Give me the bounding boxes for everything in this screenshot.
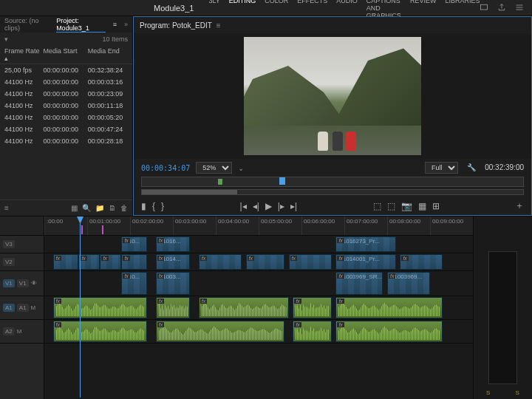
panel-expand-icon[interactable]: » — [124, 21, 128, 28]
lift-icon[interactable]: ⬚ — [373, 201, 381, 211]
bin-row[interactable]: 44100 Hz00:00:00:0000:00:05:20 — [0, 112, 132, 123]
track-lanes[interactable]: fxP10...fxP1016...fxP1016273_Pr... fxfxf… — [44, 236, 473, 399]
go-to-out-icon[interactable]: ▸| — [290, 201, 297, 211]
workspace-menu-icon[interactable] — [515, 3, 524, 13]
delete-icon[interactable]: 🗑 — [120, 204, 128, 212]
new-bin-icon[interactable]: 📁 — [95, 204, 104, 212]
video-clip[interactable]: fx — [289, 254, 332, 270]
step-forward-icon[interactable]: |▸ — [278, 201, 284, 211]
audio-clip[interactable]: fx — [293, 297, 331, 318]
video-clip[interactable]: fx — [199, 254, 242, 270]
video-clip[interactable]: fx — [246, 254, 284, 270]
solo-right[interactable]: S — [516, 389, 519, 396]
program-monitor: Program: Potok_EDIT ≡ 00:00:34:07 52% ⌄ … — [133, 16, 532, 216]
fx-badge: fx — [55, 299, 61, 304]
safe-margins-icon[interactable]: ⊞ — [432, 201, 440, 211]
source-patch-a1[interactable]: A1 — [3, 304, 15, 312]
track-header-v3[interactable]: V3 — [0, 236, 44, 253]
source-patch-v1[interactable]: V1 — [3, 279, 15, 287]
timecode-in[interactable]: 00:00:34:07 — [141, 164, 190, 172]
bin-filter-icon[interactable]: ▾ — [4, 35, 8, 43]
program-panel-menu-icon[interactable]: ≡ — [216, 21, 221, 30]
freeform-view-icon[interactable]: ▦ — [71, 204, 78, 212]
video-clip[interactable]: fxP1014... — [156, 254, 190, 270]
video-clip[interactable]: fxP1014001_Pr... — [335, 254, 395, 270]
video-clip[interactable]: fx — [100, 254, 121, 270]
ruler-tick: 00:04:00:00 — [216, 216, 259, 235]
mark-in-icon[interactable]: { — [152, 201, 155, 211]
bin-row[interactable]: 44100 Hz00:00:00:0000:00:23:09 — [0, 88, 132, 100]
col-media-end[interactable]: Media End — [88, 47, 128, 62]
audio-clip[interactable]: fx — [293, 321, 331, 342]
extract-icon[interactable]: ⬚ — [387, 201, 395, 211]
ruler-marker[interactable] — [218, 179, 222, 185]
audio-clip[interactable]: fx — [53, 297, 148, 318]
timeline-ruler[interactable]: :00:0000:01:00:0000:02:00:0000:03:00:000… — [0, 216, 473, 236]
button-editor-icon[interactable]: ＋ — [515, 200, 524, 212]
settings-wrench-icon[interactable]: 🔧 — [467, 163, 476, 171]
panel-menu-icon[interactable]: ≡ — [113, 21, 117, 28]
mute-icon[interactable]: M — [17, 328, 22, 335]
video-clip[interactable]: fxP10... — [121, 272, 147, 295]
track-header-a1[interactable]: A1A1M — [0, 296, 44, 320]
video-clip[interactable]: fxP1016... — [156, 236, 190, 252]
fx-badge: fx — [248, 256, 254, 261]
add-marker-icon[interactable]: ▮ — [141, 201, 146, 211]
ruler-playhead[interactable] — [279, 177, 285, 185]
mute-icon[interactable]: M — [31, 304, 36, 311]
video-clip[interactable]: fxP1003969_SR... — [335, 272, 383, 295]
search-icon[interactable]: 🔍 — [82, 204, 91, 212]
video-monitor[interactable] — [134, 33, 531, 159]
video-clip[interactable]: fx — [53, 254, 79, 270]
fx-badge: fx — [337, 238, 344, 243]
audio-clip[interactable]: fx — [199, 297, 289, 318]
step-back-icon[interactable]: ◂| — [253, 201, 259, 211]
audio-clip[interactable]: fx — [156, 297, 190, 318]
share-icon[interactable] — [497, 3, 506, 13]
track-header-a2[interactable]: A2M — [0, 320, 44, 344]
mark-out-icon[interactable]: } — [161, 201, 164, 211]
bin-row[interactable]: 44100 Hz00:00:00:0000:00:28:18 — [0, 135, 132, 147]
zoom-dropdown-icon[interactable]: ⌄ — [238, 164, 244, 172]
video-clip[interactable]: fx — [400, 254, 443, 270]
quick-export-icon[interactable] — [480, 3, 488, 13]
bin-row[interactable]: 44100 Hz00:00:00:0000:00:47:24 — [0, 123, 132, 135]
track-header-v1[interactable]: V1V1👁 — [0, 271, 44, 296]
bin-row[interactable]: 44100 Hz00:00:00:0000:00:03:16 — [0, 76, 132, 88]
audio-meter[interactable] — [488, 251, 517, 384]
bin-row[interactable]: 44100 Hz00:00:00:0000:00:11:18 — [0, 100, 132, 112]
list-view-icon[interactable]: ≡ — [4, 204, 9, 212]
audio-clip[interactable]: fx — [335, 321, 443, 342]
video-clip[interactable]: fxP1003969... — [387, 272, 430, 295]
audio-clip[interactable]: fx — [335, 297, 443, 318]
go-to-in-icon[interactable]: |◂ — [240, 201, 247, 211]
toggle-track-output-icon[interactable]: 👁 — [31, 280, 37, 287]
program-time-ruler[interactable] — [141, 177, 524, 187]
solo-left[interactable]: S — [486, 389, 490, 396]
program-tab[interactable]: Program: Potok_EDIT — [140, 21, 212, 30]
timeline-playhead[interactable] — [80, 216, 81, 398]
fx-badge: fx — [157, 299, 164, 304]
bin-row[interactable]: 25,00 fps00:00:00:0000:32:38:24 — [0, 64, 132, 76]
program-scrub-bar[interactable] — [141, 189, 524, 195]
export-frame-icon[interactable]: 📷 — [401, 201, 412, 211]
play-icon[interactable]: ▶ — [265, 201, 272, 211]
audio-clip[interactable]: fx — [156, 321, 284, 342]
zoom-select[interactable]: 52% — [196, 162, 232, 174]
audio-clip[interactable]: fx — [53, 321, 148, 342]
comparison-view-icon[interactable]: ▦ — [418, 201, 426, 211]
new-item-icon[interactable]: 🗎 — [109, 204, 116, 212]
video-clip[interactable]: fxP1003... — [156, 272, 190, 295]
tab-project[interactable]: Project: Module3_1 — [56, 17, 106, 33]
resolution-select[interactable]: Full — [425, 162, 458, 174]
track-header-v2[interactable]: V2 — [0, 253, 44, 271]
video-clip[interactable]: fx — [121, 254, 147, 270]
video-clip[interactable]: fxP10... — [121, 236, 147, 252]
col-media-start[interactable]: Media Start — [43, 47, 87, 62]
video-clip[interactable]: fxP1016273_Pr... — [335, 236, 395, 252]
tab-source[interactable]: Source: (no clips) — [4, 17, 49, 32]
ruler-tick: 00:06:00:00 — [301, 216, 344, 235]
bin-list[interactable]: 25,00 fps00:00:00:0000:32:38:2444100 Hz0… — [0, 64, 132, 200]
video-clip[interactable]: fx — [78, 254, 100, 270]
col-framerate[interactable]: Frame Rate ▴ — [4, 47, 43, 62]
